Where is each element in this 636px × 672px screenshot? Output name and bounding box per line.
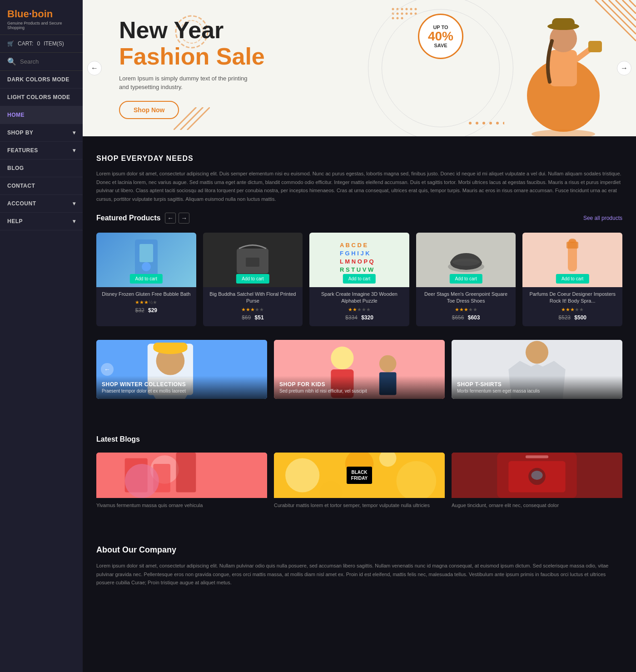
svg-point-34 xyxy=(489,122,492,124)
product-card-3: A B C D E F G H I J K L M N O P Q R S T … xyxy=(309,233,409,326)
sidebar-item-features[interactable]: FEATURES ▾ xyxy=(0,142,83,159)
product-name-5: Parfums De Coeur Designer Imposters Rock… xyxy=(526,291,619,305)
add-to-cart-btn-4[interactable]: Add to cart xyxy=(449,274,482,284)
hero-prev-btn[interactable]: ← xyxy=(87,61,102,75)
product-image-5: Add to cart xyxy=(522,233,622,287)
svg-rect-83 xyxy=(526,455,548,458)
sidebar-item-account[interactable]: ACCOUNT ▾ xyxy=(0,195,83,213)
shop-everyday-desc: Lorem ipsum dolor sit amet, consectetur … xyxy=(96,169,622,204)
blog-badge-2: BLACK FRIDAY xyxy=(347,467,372,484)
product-card-4: Add to cart Deer Stags Men's Greenpoint … xyxy=(416,233,516,326)
shop-now-button[interactable]: Shop Now xyxy=(119,101,179,119)
product-name-2: Big Buddha Satchel With Floral Printed P… xyxy=(207,291,299,305)
search-input[interactable] xyxy=(20,58,75,65)
product-old-price-4: $656 xyxy=(452,314,464,321)
sidebar-item-shop-by[interactable]: SHOP BY ▾ xyxy=(0,124,83,142)
sidebar-item-home[interactable]: HOME xyxy=(0,106,83,124)
add-to-cart-btn-1[interactable]: Add to cart xyxy=(130,274,163,284)
product-price-4: $656 $603 xyxy=(420,314,512,321)
add-to-cart-btn-3[interactable]: Add to cart xyxy=(343,274,376,284)
sidebar-item-help[interactable]: HELP ▾ xyxy=(0,213,83,230)
svg-point-74 xyxy=(285,458,319,492)
hero-heading-orange: Fashion Sale xyxy=(119,43,265,70)
blog-card-2[interactable]: BLACK FRIDAY Curabitur mattis lorem et t… xyxy=(274,453,445,509)
hero-next-btn[interactable]: → xyxy=(617,61,631,75)
blog-desc-2: Curabitur mattis lorem et tortor semper,… xyxy=(274,502,445,509)
collection-title-winter: SHOP WINTER COLLECTIONS xyxy=(102,381,262,388)
hero-next-icon: → xyxy=(621,64,628,72)
shop-everyday-section: SHOP EVERYDAY NEEDS Lorem ipsum dolor si… xyxy=(83,136,636,417)
product-image-3: A B C D E F G H I J K L M N O P Q R S T … xyxy=(309,233,409,287)
collection-title-kids: SHOP FOR KIDS xyxy=(279,381,439,388)
svg-rect-59 xyxy=(153,343,187,351)
brand-name-part2: boin xyxy=(32,8,53,20)
product-price-2: $69 $51 xyxy=(207,314,299,321)
features-chevron: ▾ xyxy=(73,147,76,154)
blog-image-1 xyxy=(96,453,267,498)
svg-text:A B C D E: A B C D E xyxy=(340,242,368,249)
product-stars-1: ★★★½★ xyxy=(100,299,193,305)
product-name-3: Spark Create Imagine 3D Wooden Alphabet … xyxy=(313,291,406,305)
account-chevron: ▾ xyxy=(73,200,76,207)
account-label: ACCOUNT xyxy=(7,200,36,207)
svg-line-2 xyxy=(622,0,636,14)
contact-label: CONTACT xyxy=(7,183,35,189)
featured-title: Featured Products xyxy=(96,214,160,222)
cart-label: CART: xyxy=(18,40,33,47)
help-label: HELP xyxy=(7,218,23,224)
svg-line-3 xyxy=(629,0,636,7)
collection-card-winter[interactable]: ← SHOP WINTER COLLECTIONS Praesent tempo… xyxy=(96,340,267,399)
product-image-4: Add to cart xyxy=(416,233,516,287)
sidebar-item-light-mode[interactable]: LIGHT COLORS MODE xyxy=(0,89,83,106)
sidebar-item-contact[interactable]: CONTACT xyxy=(0,177,83,195)
svg-point-35 xyxy=(496,122,499,124)
product-old-price-5: $523 xyxy=(558,314,571,321)
featured-next-btn[interactable]: → xyxy=(179,213,189,224)
product-new-price-2: $51 xyxy=(255,314,264,321)
product-image-1: Add to cart xyxy=(96,233,196,287)
product-stars-3: ★★★★★ xyxy=(313,307,406,313)
svg-rect-25 xyxy=(550,50,577,86)
collection-desc-winter: Praesent tempor dolor et ex mollis laore… xyxy=(102,388,262,393)
cart-area[interactable]: 🛒 CART: 0 ITEM(S) xyxy=(0,35,83,53)
see-all-products-link[interactable]: See all products xyxy=(583,215,622,221)
shop-by-chevron: ▾ xyxy=(73,129,76,136)
product-info-3: Spark Create Imagine 3D Wooden Alphabet … xyxy=(309,287,409,321)
blog-label: BLOG xyxy=(7,165,24,171)
product-info-1: Disney Frozen Gluten Free Bubble Bath ★★… xyxy=(96,287,196,314)
hero-description: Lorem Ipsum is simply dummy text of the … xyxy=(119,74,255,92)
product-new-price-4: $603 xyxy=(468,314,480,321)
svg-text:F G H I J K: F G H I J K xyxy=(340,250,370,257)
collection-card-kids[interactable]: SHOP FOR KIDS Sed pretium nibh id nisi e… xyxy=(274,340,445,399)
blog-card-3[interactable]: Augue tincidunt, ornare elit nec, conseq… xyxy=(452,453,622,509)
sidebar-item-dark-mode[interactable]: DARK COLORS MODE xyxy=(0,71,83,89)
collections-grid: ← SHOP WINTER COLLECTIONS Praesent tempo… xyxy=(96,340,622,399)
featured-prev-btn[interactable]: ← xyxy=(165,213,176,224)
blog-card-1[interactable]: Yivamus fermentum massa quis ornare vehi… xyxy=(96,453,267,509)
product-card-2: Add to cart Big Buddha Satchel With Flor… xyxy=(203,233,303,326)
sidebar-item-blog[interactable]: BLOG xyxy=(0,159,83,177)
product-old-price-1: $32 xyxy=(135,307,144,314)
svg-point-63 xyxy=(379,355,397,372)
collection-card-tshirts[interactable]: SHOP T-SHIRTS Morbi fermentum sem eget m… xyxy=(452,340,622,399)
hero-model-figure xyxy=(518,5,609,136)
collection-overlay-winter: SHOP WINTER COLLECTIONS Praesent tempor … xyxy=(96,376,267,399)
product-name-1: Disney Frozen Gluten Free Bubble Bath xyxy=(100,291,193,298)
features-label: FEATURES xyxy=(7,147,38,154)
svg-rect-71 xyxy=(176,453,196,493)
blog-image-3 xyxy=(452,453,622,498)
collection-overlay-kids: SHOP FOR KIDS Sed pretium nibh id nisi e… xyxy=(274,376,445,399)
add-to-cart-btn-2[interactable]: Add to cart xyxy=(236,274,269,284)
product-new-price-5: $500 xyxy=(574,314,586,321)
svg-line-0 xyxy=(609,0,636,27)
svg-point-66 xyxy=(526,341,548,363)
add-to-cart-btn-5[interactable]: Add to cart xyxy=(556,274,589,284)
collection-prev-btn[interactable]: ← xyxy=(101,363,114,376)
deco-dots-bottom xyxy=(468,119,504,127)
blogs-grid: Yivamus fermentum massa quis ornare vehi… xyxy=(96,453,622,509)
search-area[interactable]: 🔍 xyxy=(0,53,83,71)
featured-next-icon: → xyxy=(181,214,187,222)
badge-save-text: SAVE xyxy=(434,43,447,48)
featured-header-left: Featured Products ← → xyxy=(96,213,189,224)
svg-rect-28 xyxy=(552,18,575,27)
